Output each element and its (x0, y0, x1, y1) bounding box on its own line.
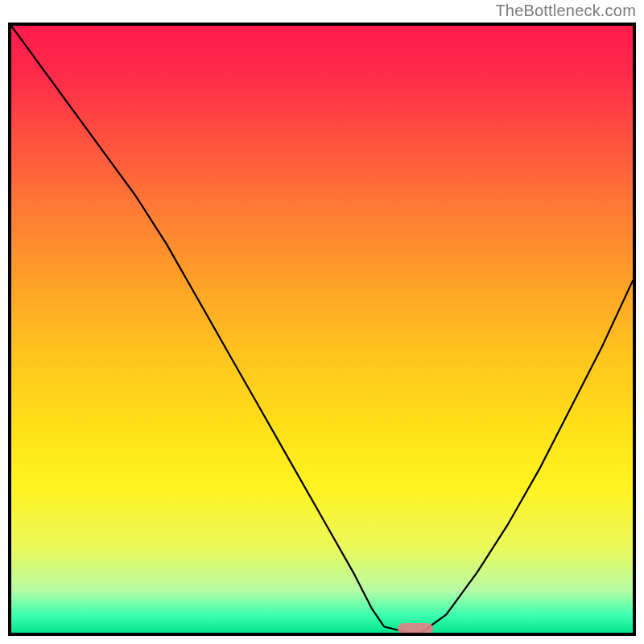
bottleneck-curve (11, 26, 633, 633)
minimum-marker (398, 623, 433, 634)
attribution-label: TheBottleneck.com (495, 2, 636, 20)
plot-frame (8, 23, 636, 636)
chart-root: TheBottleneck.com (0, 0, 644, 644)
bottleneck-curve-path (11, 26, 633, 633)
